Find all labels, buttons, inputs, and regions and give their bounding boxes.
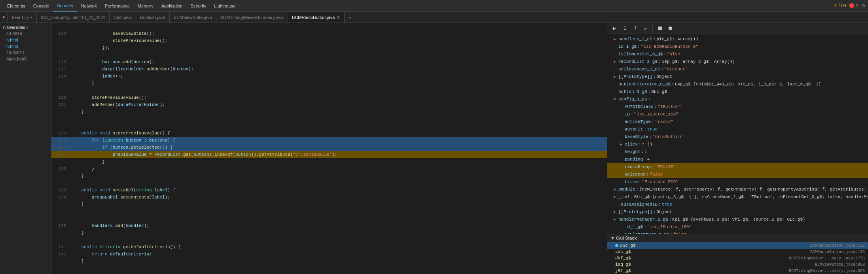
expand-icon[interactable]: ▶ bbox=[614, 36, 618, 43]
code-line bbox=[51, 51, 607, 59]
separator bbox=[652, 25, 653, 32]
code-line bbox=[51, 87, 607, 94]
prop-selected: selected : false bbox=[607, 171, 868, 178]
tab-dot: ● bbox=[30, 15, 32, 19]
sidebar-item-2[interactable]: n.html bbox=[0, 37, 51, 43]
sidebar-overrides-label: n Overrides » bbox=[3, 25, 28, 30]
call-stack-item-2[interactable]: vWc_g$ BCMRadioButton.java:186 bbox=[607, 249, 868, 255]
prop-buttonsiterator: buttonSiterator_0_g$ : £4p_g$ {this$01_9… bbox=[607, 81, 868, 88]
call-stack-item-1[interactable]: wWc_g$ BCMRadioButton.java:128 bbox=[607, 242, 868, 249]
code-line bbox=[51, 236, 607, 244]
tab-beer-js[interactable]: beer-0.js ● bbox=[8, 12, 37, 23]
sidebar: n Overrides » ⋮ 44:8815 n.html n.html 44… bbox=[0, 23, 51, 274]
expand-icon[interactable]: ▶ bbox=[620, 141, 624, 148]
pause-exceptions-btn[interactable]: ⏺ bbox=[666, 25, 674, 32]
tab-indicator: ● bbox=[0, 12, 8, 23]
step-into-btn[interactable]: ⤴ bbox=[631, 25, 639, 32]
code-line: } bbox=[51, 158, 607, 165]
nav-sources[interactable]: Sources bbox=[53, 0, 77, 11]
call-stack-item-4[interactable]: ieq_g$ BCMViewState.java:988 bbox=[607, 261, 868, 268]
tab-cast-java[interactable]: Cast.java bbox=[110, 12, 136, 23]
tab-bcmtimingwaiver[interactable]: BCMTimingWaiverSummary.java bbox=[216, 12, 288, 23]
expand-icon[interactable]: ▶ bbox=[614, 216, 618, 223]
code-line-126: 126 for (IButton button : buttons) { bbox=[51, 137, 607, 144]
code-line: 113 saveViewState(); bbox=[51, 30, 607, 37]
prop-padding: padding : 4 bbox=[607, 156, 868, 163]
code-line bbox=[51, 23, 607, 30]
step-out-btn[interactable]: ↗ bbox=[641, 25, 649, 32]
call-stack-item-3[interactable]: dRf_g$ BCMTimingWaiver...mary.java:1770 bbox=[607, 255, 868, 261]
code-line: } bbox=[51, 80, 607, 87]
nav-application[interactable]: Application bbox=[157, 0, 187, 11]
code-line bbox=[51, 265, 607, 272]
prop-iselementset2: isElementSet_0_g$ : false bbox=[607, 231, 868, 234]
sidebar-header: n Overrides » ⋮ bbox=[0, 25, 51, 30]
expand-icon[interactable]: ▶ bbox=[614, 209, 618, 215]
prop-title: title : "Frontend ECO" bbox=[607, 178, 868, 186]
tab-bcmradiobutton-java[interactable]: BCMRadioButton.java ✕ bbox=[288, 12, 345, 23]
expand-icon[interactable]: ▶ bbox=[614, 194, 616, 200]
nav-lighthouse[interactable]: Lighthouse bbox=[210, 0, 239, 11]
code-line: } bbox=[51, 172, 607, 180]
code-line: 130 } bbox=[51, 165, 607, 172]
step-over-btn[interactable]: ⤵ bbox=[621, 25, 629, 32]
prop-module: ▶ _module : {newInstance: f, setProperty… bbox=[607, 186, 868, 193]
nav-console[interactable]: Console bbox=[29, 0, 53, 11]
prop-prototype-2: ▶ [[Prototype]] : Object bbox=[607, 208, 868, 216]
expand-icon[interactable]: ▶ bbox=[614, 59, 618, 65]
tab-isc-core[interactable]: ISC_Core.js?g...ate=10_22_2021 bbox=[37, 12, 110, 23]
code-line: storePreviousValue(); bbox=[51, 37, 607, 44]
code-line: } bbox=[51, 258, 607, 265]
prop-button0: button_0_g$ : GLc_g$ bbox=[607, 88, 868, 96]
file-tabs-container: ● beer-0.js ● ISC_Core.js?g...ate=10_22_… bbox=[0, 12, 868, 23]
nav-network[interactable]: Network bbox=[77, 0, 101, 11]
nav-memory[interactable]: Memory bbox=[134, 0, 157, 11]
sidebar-item-3[interactable]: n.html bbox=[0, 43, 51, 49]
code-line bbox=[51, 208, 607, 215]
code-line: 117 dataFilterHolder.addMember(button); bbox=[51, 66, 607, 73]
code-line: } bbox=[51, 229, 607, 236]
nav-performance[interactable]: Performance bbox=[101, 0, 134, 11]
resume-btn[interactable]: ▶ bbox=[610, 25, 618, 32]
tab-close-icon[interactable]: ✕ bbox=[336, 15, 340, 20]
panel-content[interactable]: ▶ handlers_3_g$ : pTc_g$: Array(1) id_1_… bbox=[607, 34, 868, 234]
code-editor[interactable]: 113 saveViewState(); storePreviousValue(… bbox=[51, 23, 607, 274]
call-stack-item-5[interactable]: jRf_g$ BCMTimingWaiver...mmary.java:988 bbox=[607, 268, 868, 274]
code-line: 141 public Criteria getDefaultCriteria()… bbox=[51, 244, 607, 251]
call-stack-header[interactable]: ▼ Call Stack bbox=[607, 234, 868, 242]
tab-boolean-java[interactable]: Boolean.java bbox=[136, 12, 170, 23]
nav-security[interactable]: Security bbox=[186, 0, 210, 11]
prop-iselementset: isElementSet_0_g$ : false bbox=[607, 51, 868, 58]
code-line: }); bbox=[51, 44, 607, 51]
sidebar-item-5[interactable]: Main.html) bbox=[0, 56, 51, 62]
prop-click: ▶ click : ƒ () bbox=[607, 141, 868, 148]
call-stack-section: ▼ Call Stack wWc_g$ BCMRadioButton.java:… bbox=[607, 234, 868, 274]
right-panel-header: ▶ ⤵ ⤴ ↗ ⏹ ⏺ bbox=[607, 23, 868, 34]
code-line: } bbox=[51, 201, 607, 208]
code-line: 116 buttons.add(button); bbox=[51, 59, 607, 66]
sidebar-menu-icon[interactable]: ⋮ bbox=[44, 25, 48, 30]
nav-elements[interactable]: Elements bbox=[3, 0, 29, 11]
expand-icon[interactable]: ▼ bbox=[614, 96, 618, 103]
code-line bbox=[51, 272, 607, 274]
sidebar-item-1[interactable]: 44:8815 bbox=[0, 30, 51, 37]
prop-scclassname: scClassName_1_g$ : "VLayout" bbox=[607, 66, 868, 73]
prop-handlermanager: ▶ handlerManager_2_g$ : Kgi_g$ {eventBus… bbox=[607, 216, 868, 223]
top-nav: Elements Console Sources Network Perform… bbox=[0, 0, 868, 12]
code-line: 138 handlers.add(handler); bbox=[51, 222, 607, 229]
prop-ref: ▶ __ref : GLc_g$ {config_3_g$: {…}, scCl… bbox=[607, 193, 868, 201]
tab-more[interactable]: » bbox=[345, 12, 355, 23]
code-line bbox=[51, 180, 607, 187]
deactivate-btn[interactable]: ⏹ bbox=[656, 25, 664, 32]
settings-icon[interactable]: ⚙ bbox=[862, 2, 865, 9]
expand-icon[interactable]: ▶ bbox=[614, 186, 616, 193]
right-panel: ▶ ⤵ ⤴ ↗ ⏹ ⏺ ▶ handlers_3_g$ : pTc_g$: Ar… bbox=[607, 23, 868, 274]
prop-height: height : 1 bbox=[607, 148, 868, 156]
prop-config3: ▼ config_3_g$ : bbox=[607, 96, 868, 103]
sidebar-item-4[interactable]: 44:30011 bbox=[0, 49, 51, 56]
main-area: n Overrides » ⋮ 44:8815 n.html n.html 44… bbox=[0, 23, 868, 274]
expand-icon[interactable]: ▶ bbox=[614, 74, 618, 80]
tab-bcmviewstate-java[interactable]: BCMViewState.java bbox=[170, 12, 216, 23]
code-line: 118 index++; bbox=[51, 73, 607, 80]
file-tabs: beer-0.js ● ISC_Core.js?g...ate=10_22_20… bbox=[8, 12, 868, 23]
